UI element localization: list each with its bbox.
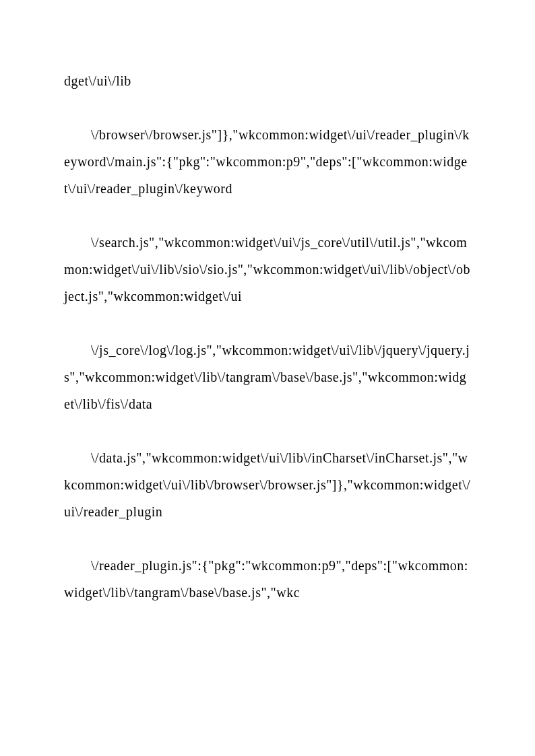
- paragraph-3: \/search.js","wkcommon:widget\/ui\/js_co…: [64, 229, 471, 310]
- paragraph-2: \/browser\/browser.js"]},"wkcommon:widge…: [64, 121, 471, 202]
- paragraph-5: \/data.js","wkcommon:widget\/ui\/lib\/in…: [64, 444, 471, 525]
- paragraph-6: \/reader_plugin.js":{"pkg":"wkcommon:p9"…: [64, 552, 471, 606]
- paragraph-1: dget\/ui\/lib: [64, 67, 471, 94]
- document-page: dget\/ui\/lib \/browser\/browser.js"]},"…: [0, 0, 535, 673]
- paragraph-4: \/js_core\/log\/log.js","wkcommon:widget…: [64, 337, 471, 417]
